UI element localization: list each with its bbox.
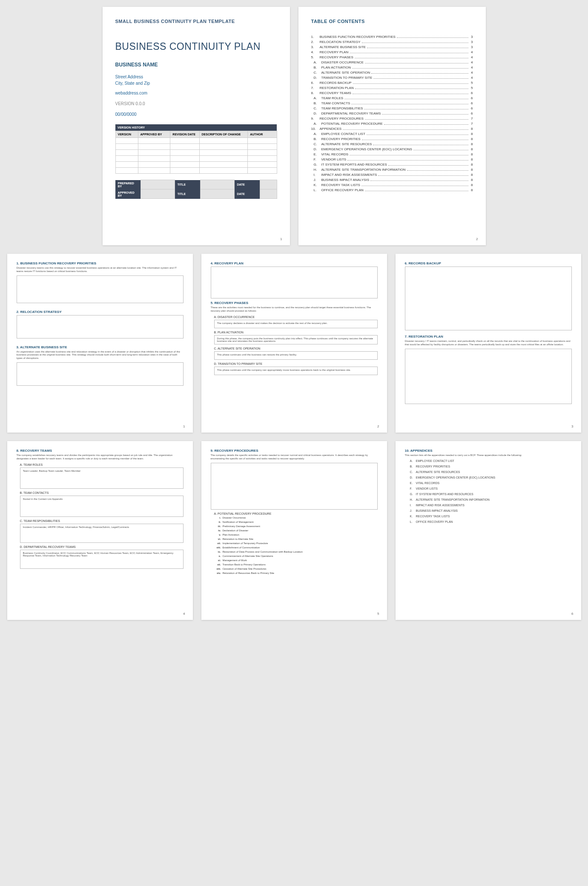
page-8: 10. APPENDICES This section lists all th…: [396, 441, 581, 620]
toc-number: C.: [314, 142, 321, 146]
toc-number: 8.: [311, 91, 320, 95]
step-text: Establishment of Communication: [223, 546, 260, 549]
toc-number: A.: [314, 132, 321, 136]
recovery-step: v.Plan Activation: [223, 533, 378, 536]
appendix-item: I.IMPACT AND RISK ASSESSMENTS: [410, 504, 572, 507]
approved-by-field: [141, 189, 175, 199]
toc-label: POTENTIAL RECOVERY PROCEDURE: [321, 122, 383, 126]
appendix-letter: C.: [410, 470, 416, 473]
toc-item: B.TEAM CONTACTS6: [311, 101, 473, 105]
toc-item: A.POTENTIAL RECOVERY PROCEDURE7: [311, 122, 473, 126]
recovery-step: ix.Restoration of Data Process and Commu…: [223, 551, 378, 553]
toc-page: 8: [470, 152, 473, 156]
step-number: viii.: [214, 546, 221, 549]
toc-dots: [397, 37, 468, 38]
step-text: Cessation of Alternate Site Procedures: [223, 568, 267, 570]
toc-label: BUSINESS IMPACT ANALYSIS: [321, 178, 369, 182]
page-number: 5: [377, 612, 379, 616]
vh-header: VERSION HISTORY: [115, 124, 277, 131]
toc-dots: [378, 175, 468, 176]
toc-page: 8: [470, 163, 473, 166]
version-history-table: VERSION HISTORY VERSION APPROVED BY REVI…: [115, 124, 277, 174]
appendix-letter: J.: [410, 509, 416, 512]
toc-dots: [351, 104, 468, 104]
step-number: xiii.: [214, 568, 221, 570]
section-5-text: These are the activities most needed for…: [211, 306, 378, 313]
vh-col-author: AUTHOR: [248, 131, 277, 138]
page-7: 9. RECOVERY PROCEDURES The company detai…: [201, 441, 387, 620]
section-2-heading: 2. RELOCATION STRATEGY: [17, 310, 184, 314]
toc-item: B.PLAN ACTIVATION4: [311, 66, 473, 69]
step-text: Implementation of Temporary Procedure: [223, 542, 268, 545]
toc-number: C.: [314, 71, 321, 75]
page-1: SMALL BUSINESS CONTINUITY PLAN TEMPLATE …: [103, 7, 290, 245]
toc-label: BUSINESS FUNCTION RECOVERY PRIORITIES: [320, 35, 396, 39]
toc-number: A.: [314, 122, 321, 126]
appendix-text: EMPLOYEE CONTACT LIST: [416, 459, 454, 462]
step-text: Relocation of Resources Back to Primary …: [223, 572, 274, 574]
toc-dots: [365, 119, 468, 120]
section-7-box: [405, 349, 572, 404]
business-name: BUSINESS NAME: [115, 62, 277, 68]
section-9-box: [211, 463, 378, 510]
section-7-heading: 7. RESTORATION PLAN: [405, 335, 572, 338]
section-6-box: [405, 267, 572, 330]
page-4: 4. RECOVERY PLAN 5. RECOVERY PHASES Thes…: [201, 254, 387, 433]
toc-item: K.RECOVERY TASK LISTS8: [311, 183, 473, 187]
section-9-heading: 9. RECOVERY PROCEDURES: [211, 449, 378, 453]
toc-page: 6: [470, 101, 473, 105]
appendix-letter: I.: [410, 504, 416, 507]
page-row-3: 8. RECOVERY TEAMS The company establishe…: [7, 441, 581, 620]
toc-label: RECOVERY PRIORITIES: [321, 137, 361, 141]
date-label: DATE: [234, 180, 260, 189]
toc-number: B.: [314, 137, 321, 141]
appendix-item: E.VITAL RECORDS: [410, 482, 572, 485]
section-2-box: [17, 315, 184, 338]
section-8-heading: 8. RECOVERY TEAMS: [17, 449, 184, 453]
toc-dots: [347, 160, 468, 161]
toc-dots: [353, 83, 468, 84]
vh-col-version: VERSION: [115, 131, 138, 138]
step-text: Disaster Occurrence: [223, 516, 246, 519]
section-1-heading: 1. BUSINESS FUNCTION RECOVERY PRIORITIES: [17, 261, 184, 265]
step-text: Transition Back to Primary Operations: [223, 563, 266, 566]
appendix-letter: E.: [410, 482, 416, 485]
toc-dots: [370, 181, 468, 181]
appendices-list: A.EMPLOYEE CONTACT LISTB.RECOVERY PRIORI…: [405, 459, 572, 523]
appendix-item: G.IT SYSTEM REPORTS AND RESOURCES: [410, 493, 572, 496]
city-state-zip: City, State and Zip: [115, 80, 277, 86]
toc-number: 1.: [311, 35, 320, 39]
appendix-item: J.BUSINESS IMPACT ANALYSIS: [410, 509, 572, 512]
appendix-letter: L.: [410, 520, 416, 523]
template-title: SMALL BUSINESS CONTINUITY PLAN TEMPLATE: [115, 19, 277, 24]
toc-page: 8: [470, 178, 473, 182]
toc-dots: [355, 89, 468, 89]
recovery-steps-list: i.Disaster Occurrenceii.Notification of …: [211, 516, 378, 574]
title-field: [200, 180, 234, 189]
toc-label: TRANSITION TO PRIMARY SITE: [321, 76, 373, 80]
toc-dots: [382, 114, 468, 115]
toc-label: IMPACT AND RISK ASSESSMENTS: [321, 173, 377, 177]
step-number: iii.: [214, 525, 221, 528]
toc-label: ALTERNATE SITE OPERATION: [321, 71, 370, 75]
toc-number: 9.: [311, 117, 320, 120]
toc-item: 10.APPENDICES8: [311, 127, 473, 131]
section-4-heading: 4. RECOVERY PLAN: [211, 261, 378, 265]
sub-c-heading: C. ALTERNATE SITE OPERATION: [214, 347, 378, 350]
recovery-step: xi.Management of Work: [223, 559, 378, 562]
recovery-step: ii.Notification of Management: [223, 521, 378, 523]
appendix-item: F.VENDOR LISTS: [410, 487, 572, 490]
appendix-text: ALTERNATE SITE RESOURCES: [416, 470, 460, 473]
toc-number: 3.: [311, 45, 320, 49]
date-label: 00/00/0000: [115, 112, 277, 117]
toc-page: 6: [470, 91, 473, 95]
sub-c-heading: C. TEAM RESPONSIBILITIES: [20, 519, 184, 522]
sub-c-box: Incident Commander, HR/PR Officer, Infor…: [20, 524, 184, 543]
toc-number: B.: [314, 101, 321, 105]
toc-label: RECOVERY TASK LISTS: [321, 183, 360, 187]
version-label: VERSION 0.0.0: [115, 101, 277, 106]
toc-item: G.IT SYSTEM REPORTS AND RESOURCES8: [311, 163, 473, 166]
recovery-step: i.Disaster Occurrence: [223, 516, 378, 519]
toc-item: H.ALTERNATE SITE TRANSPORTATION INFORMAT…: [311, 168, 473, 172]
toc-item: A.DISASTER OCCURRENCE4: [311, 60, 473, 64]
